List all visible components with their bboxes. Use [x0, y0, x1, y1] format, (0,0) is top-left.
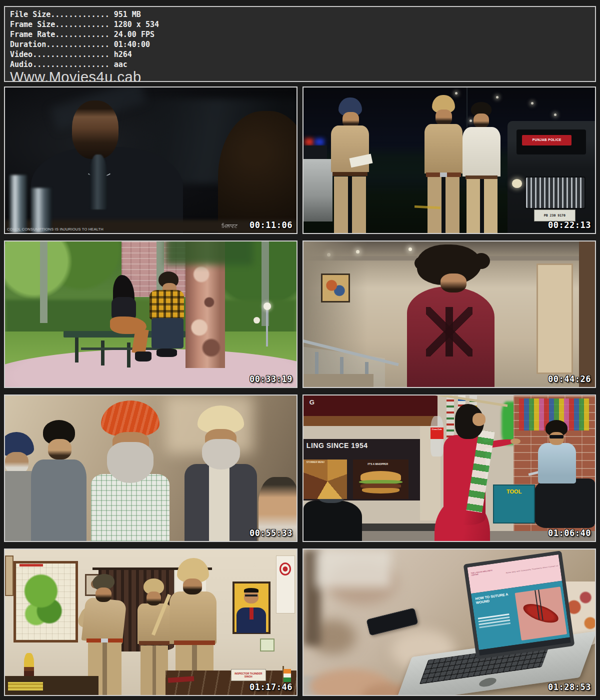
map-title-strip [20, 564, 43, 566]
policeman-2-face [436, 110, 452, 126]
lamp-pole [266, 306, 268, 346]
policeman-1-belt [332, 172, 368, 176]
officer-3-uniform [170, 592, 216, 644]
civilian-legs [466, 179, 497, 233]
railing-posts [315, 352, 318, 376]
menu-poster-text: STUNNER MENU [306, 461, 324, 464]
portrait-red-tie [250, 608, 254, 619]
duration-line: Duration.............. 01:40:00 [10, 40, 590, 50]
belt-buckle [440, 172, 447, 177]
screenshot-4[interactable]: 00:44:26 [302, 240, 596, 388]
bench-legs [75, 338, 79, 362]
light-patch [315, 550, 391, 588]
screenshot-7[interactable]: INSPECTOR TAJINDER SINGH 01:17:46 [4, 548, 298, 696]
officer-3-face [183, 578, 202, 594]
punjabi-subtitle: ਮਿਲਾਵਟ [222, 223, 238, 229]
motorcycle [534, 478, 595, 528]
stair-edge [304, 374, 374, 387]
police-beacon-red [305, 138, 314, 146]
lamp-globe [254, 317, 260, 324]
timestamp-overlay: 01:17:46 [250, 682, 292, 692]
timestamp-overlay: 01:28:53 [548, 682, 591, 692]
policeman-2-uniform [424, 124, 462, 174]
union-jack-print [426, 307, 472, 356]
parked-motorcycle [304, 500, 362, 541]
portrait-hair [244, 588, 258, 592]
shop-fascia [304, 396, 438, 416]
audio-codec-line: Audio................. aac [10, 60, 590, 70]
young-man-shirt [31, 460, 86, 541]
screenshot-3[interactable]: 00:33:19 [4, 240, 298, 388]
lamp-globe [264, 302, 271, 310]
woman-boot [135, 352, 152, 362]
right-man-gray-beard [202, 439, 240, 470]
steel-tumbler [10, 175, 27, 233]
certificate-frame [260, 638, 274, 652]
right-man-vest [184, 464, 258, 541]
edge-photo-frame [5, 556, 14, 596]
laptop-screen: THE LONDON WELLNESS CENTRE Home Help wit… [464, 550, 575, 660]
yellow-folders [8, 682, 43, 690]
street-light [455, 92, 458, 94]
seated-man-face [72, 100, 118, 158]
statutory-warning-text: COHOL CONSUMPTIONS IS INJURIOUS TO HEALT… [7, 227, 104, 232]
timestamp-overlay: 00:55:33 [250, 528, 292, 538]
policeman-1-legs [334, 176, 366, 233]
timestamp-overlay: 00:44:26 [548, 374, 591, 384]
rider-face [549, 432, 564, 445]
hp-logo [478, 677, 498, 688]
rider-blue-shirt [538, 443, 576, 484]
ceiling-light [408, 248, 412, 251]
officer-1-uniform [82, 597, 126, 644]
steel-tumbler-2 [31, 188, 52, 233]
screenshot-6[interactable]: G LING SINCE 1954 STUNNER MENU IT'S A WH… [302, 394, 596, 542]
burger-poster-text: IT'S A WHOPPER [368, 462, 388, 466]
screenshot-8[interactable]: THE LONDON WELLNESS CENTRE Home Help wit… [302, 548, 596, 696]
policeman-2-legs [428, 177, 460, 233]
suv-grille [525, 176, 586, 209]
video-codec-line: Video................. h264 [10, 50, 590, 60]
suv-headlight [512, 179, 522, 188]
portrait-glasses [245, 594, 257, 596]
plaid-shirt [150, 290, 184, 319]
wall-map [14, 561, 78, 642]
menu-poster [304, 460, 347, 499]
screenshot-1[interactable]: COHOL CONSUMPTIONS IS INJURIOUS TO HEALT… [4, 86, 298, 234]
brown-door-edge [579, 242, 595, 387]
cola-label: Coca-Cola [430, 428, 444, 439]
page: File Size............. 951 MB Frame Size… [0, 0, 600, 700]
timestamp-overlay: 01:06:40 [548, 528, 591, 538]
man-face-looking-down [440, 274, 466, 292]
punjab-police-banner: PUNJAB POLICE [522, 135, 572, 146]
inspector-nameplate: INSPECTOR TAJINDER SINGH [231, 669, 266, 682]
officer-2-belt [139, 641, 170, 645]
screenshot-5[interactable]: 00:55:33 [4, 394, 298, 542]
screenshot-grid: COHOL CONSUMPTIONS IS INJURIOUS TO HEALT… [4, 86, 596, 696]
fascia-letter: G [310, 398, 314, 406]
frame-size-line: Frame Size............ 1280 x 534 [10, 20, 590, 30]
police-beacon-blue [315, 138, 324, 146]
wall-art-frame [321, 274, 350, 302]
officer-2-face [146, 592, 161, 606]
palm-fronds [166, 240, 253, 265]
screenshot-2[interactable]: PUNJAB POLICE PB 230 9170 00:22:13 [302, 86, 596, 234]
sunglasses [550, 435, 564, 438]
man-shoe [156, 348, 177, 357]
officer-1-face [96, 588, 112, 602]
center-man-gray-beard [107, 442, 154, 482]
man-jeans [152, 318, 184, 348]
officer-1-buckle [101, 638, 108, 643]
woman-face [472, 413, 486, 426]
india-desk-flag [284, 669, 291, 682]
center-man-checked-shirt [91, 474, 170, 541]
frame-rate-line: Frame Rate............ 24.00 FPS [10, 30, 590, 40]
timestamp-overlay: 00:33:19 [250, 374, 292, 384]
wound-gash [521, 600, 560, 626]
palm-trunk [40, 242, 48, 323]
media-info-panel: File Size............. 951 MB Frame Size… [4, 6, 596, 82]
interior-door [536, 264, 573, 374]
site-watermark: Www.Movies4u.cab [10, 70, 590, 82]
tool-cart: TOOL [493, 484, 536, 524]
gold-trophy [24, 653, 34, 676]
file-size-line: File Size............. 951 MB [10, 10, 590, 20]
